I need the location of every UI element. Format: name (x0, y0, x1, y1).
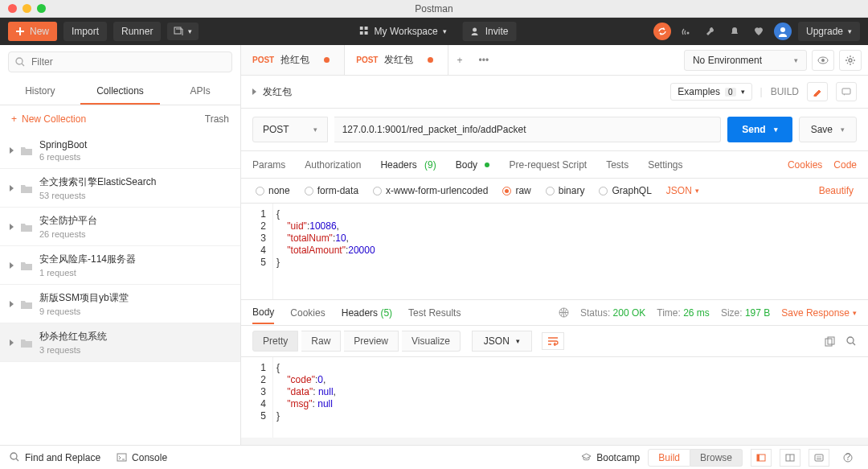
tab-label: 抢红包 (280, 53, 309, 67)
tab-tests[interactable]: Tests (606, 159, 628, 171)
runner-button[interactable]: Runner (113, 22, 161, 41)
tab-method: POST (356, 56, 378, 64)
response-type-selector[interactable]: JSON▾ (472, 331, 532, 352)
new-button[interactable]: New (8, 22, 57, 41)
beautify-button[interactable]: Beautify (819, 185, 854, 196)
svg-rect-1 (360, 27, 363, 30)
globe-icon (559, 307, 569, 318)
method-selector[interactable]: POST▾ (252, 117, 328, 142)
view-pretty[interactable]: Pretty (252, 331, 298, 352)
response-tab-tests[interactable]: Test Results (408, 307, 461, 319)
body-urlencoded[interactable]: x-www-form-urlencoded (373, 185, 488, 196)
environment-settings-button[interactable] (839, 50, 862, 71)
wrap-lines-button[interactable] (542, 332, 564, 350)
sidebar-tab-history[interactable]: History (0, 79, 80, 105)
bootcamp-button[interactable]: Bootcamp (581, 452, 640, 463)
tab-headers[interactable]: Headers (9) (380, 159, 436, 171)
import-button[interactable]: Import (63, 22, 107, 41)
tab-options-button[interactable]: ••• (470, 55, 497, 66)
mode-build[interactable]: Build (648, 449, 690, 467)
examples-dropdown[interactable]: Examples 0 ▾ (670, 83, 751, 101)
new-tab-button[interactable]: + (448, 55, 470, 66)
collection-item[interactable]: 安全风险库-114服务器1 request (0, 246, 240, 285)
code-link[interactable]: Code (833, 159, 857, 171)
svg-rect-0 (174, 27, 181, 34)
window-options-button[interactable]: ▾ (167, 23, 199, 40)
mode-browse[interactable]: Browse (690, 449, 743, 467)
body-type-selector[interactable]: JSON▾ (666, 185, 699, 196)
response-tab-cookies[interactable]: Cookies (290, 307, 325, 319)
sidebar-tab-apis[interactable]: APIs (160, 79, 240, 105)
sidebar-tab-collections[interactable]: Collections (80, 79, 161, 105)
environment-selector[interactable]: No Environment▾ (684, 50, 807, 71)
svg-text:?: ? (845, 453, 851, 463)
body-none[interactable]: none (256, 185, 290, 196)
layout-split-icon[interactable] (780, 449, 800, 467)
minimize-window-icon[interactable] (23, 4, 31, 13)
svg-rect-3 (360, 31, 363, 35)
url-input[interactable]: 127.0.0.1:9001/red_packet_info/addPacket (334, 117, 722, 142)
tab-params[interactable]: Params (252, 159, 285, 171)
filter-input[interactable] (30, 56, 225, 68)
find-replace-button[interactable]: Find and Replace (10, 452, 100, 463)
body-graphql[interactable]: GraphQL (599, 185, 651, 196)
body-formdata[interactable]: form-data (305, 185, 358, 196)
chevron-right-icon[interactable] (252, 88, 256, 95)
view-raw[interactable]: Raw (301, 331, 341, 352)
tab-settings[interactable]: Settings (648, 159, 682, 171)
tab-body[interactable]: Body (456, 159, 490, 171)
request-body-editor[interactable]: 12345 { "uid":10086, "totalNum":10, "tot… (241, 204, 868, 300)
workspace-selector[interactable]: My Workspace ▾ (352, 22, 455, 41)
trash-link[interactable]: Trash (205, 113, 229, 125)
edit-button[interactable] (807, 82, 828, 101)
request-tab[interactable]: POST抢红包 (241, 45, 345, 75)
chevron-right-icon (10, 224, 14, 230)
request-tab[interactable]: POST发红包 (345, 45, 448, 75)
collection-name: 安全风险库-114服务器 (39, 253, 136, 266)
view-visualize[interactable]: Visualize (402, 331, 461, 352)
body-binary[interactable]: binary (546, 185, 585, 196)
tab-label: 发红包 (384, 53, 413, 67)
console-button[interactable]: Console (117, 452, 167, 463)
avatar[interactable] (774, 23, 792, 40)
collection-item[interactable]: 全文搜索引擎ElasticSearch53 requests (0, 169, 240, 208)
environment-quicklook-button[interactable] (812, 50, 834, 71)
filter-input-wrap[interactable] (8, 51, 232, 72)
invite-button[interactable]: Invite (463, 22, 517, 41)
settings-wrench-button[interactable] (702, 23, 719, 40)
collection-name: 秒杀抢红包系统 (39, 330, 107, 344)
copy-icon[interactable] (825, 336, 835, 347)
save-button[interactable]: Save▾ (799, 117, 857, 142)
view-preview[interactable]: Preview (344, 331, 399, 352)
response-body-viewer[interactable]: 12345 { "code":0, "data": null, "msg": n… (241, 357, 868, 438)
favorite-button[interactable] (750, 23, 768, 40)
notifications-button[interactable] (726, 23, 743, 40)
upgrade-button[interactable]: Upgrade▾ (798, 22, 860, 41)
svg-point-10 (821, 59, 825, 62)
capture-button[interactable] (678, 23, 695, 40)
close-window-icon[interactable] (8, 4, 17, 13)
sync-icon (657, 27, 667, 36)
response-tab-headers[interactable]: Headers (5) (342, 307, 392, 319)
send-button[interactable]: Send▾ (727, 117, 792, 142)
collection-item[interactable]: SpringBoot6 requests (0, 133, 240, 169)
search-response-icon[interactable] (846, 336, 857, 347)
sync-button[interactable] (653, 23, 671, 40)
user-icon (777, 26, 788, 37)
layout-single-icon[interactable] (751, 449, 772, 467)
help-icon[interactable]: ? (837, 449, 858, 467)
tab-authorization[interactable]: Authorization (305, 159, 361, 171)
new-collection-button[interactable]: New Collection (22, 113, 86, 125)
maximize-window-icon[interactable] (37, 4, 46, 13)
save-response-button[interactable]: Save Response▾ (781, 307, 857, 319)
body-raw[interactable]: raw (502, 185, 530, 196)
keyboard-shortcuts-icon[interactable] (809, 449, 829, 467)
response-tab-body[interactable]: Body (252, 306, 274, 324)
wrench-icon (705, 26, 716, 37)
collection-item[interactable]: 新版SSM项目yb课堂9 requests (0, 285, 240, 323)
collection-item[interactable]: 秒杀抢红包系统3 requests (0, 323, 240, 362)
collection-item[interactable]: 安全防护平台26 requests (0, 208, 240, 246)
cookies-link[interactable]: Cookies (788, 159, 822, 171)
tab-prerequest[interactable]: Pre-request Script (509, 159, 587, 171)
comments-button[interactable] (836, 82, 857, 101)
